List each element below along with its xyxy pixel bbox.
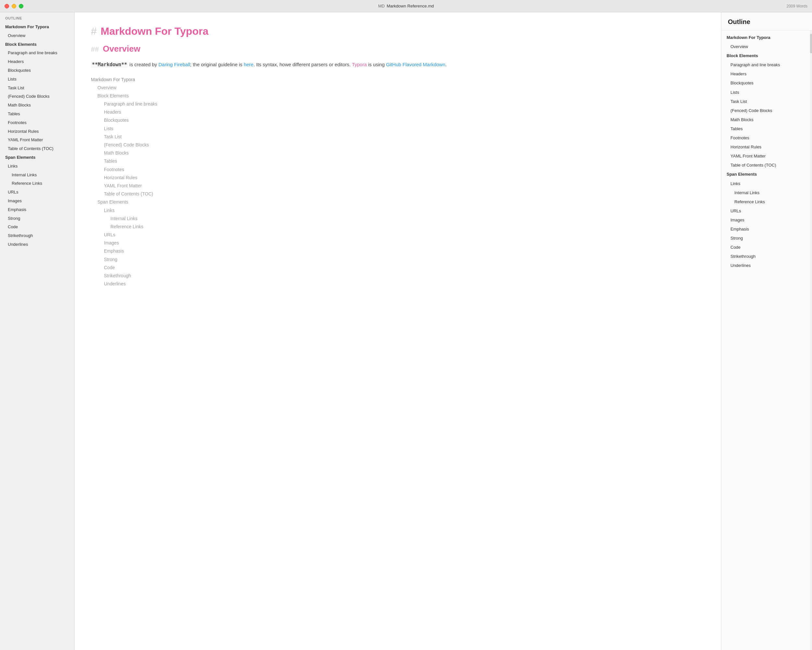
sidebar-item[interactable]: (Fenced) Code Blocks — [0, 92, 74, 101]
outline-item[interactable]: Strong — [721, 234, 812, 243]
outline-item[interactable]: Blockquotes — [721, 79, 812, 88]
outline-scroll[interactable]: Markdown For TyporaOverviewBlock Element… — [721, 30, 812, 650]
toc-item: Lists — [91, 125, 705, 133]
doc-title-text: Markdown For Typora — [101, 25, 209, 37]
minimize-button[interactable] — [12, 4, 16, 8]
outline-item[interactable]: Tables — [721, 124, 812, 134]
toc-item: Emphasis — [91, 247, 705, 255]
outline-item[interactable]: Underlines — [721, 261, 812, 270]
toc-item: Strikethrough — [91, 272, 705, 280]
sidebar-item[interactable]: Markdown For Typora — [0, 23, 74, 32]
outline-item[interactable]: Paragraph and line breaks — [721, 60, 812, 70]
toc-item: Table of Contents (TOC) — [91, 190, 705, 198]
sidebar-item[interactable]: Table of Contents (TOC) — [0, 145, 74, 153]
para-text-5: . — [445, 62, 447, 67]
toc-item: Horizontal Rules — [91, 174, 705, 182]
toc-item: Markdown For Typora — [91, 76, 705, 84]
overview-text: Overview — [103, 44, 140, 54]
sidebar-item[interactable]: Math Blocks — [0, 101, 74, 110]
outline-item[interactable]: Overview — [721, 42, 812, 51]
outline-item[interactable]: Footnotes — [721, 134, 812, 143]
sidebar-item[interactable]: Lists — [0, 75, 74, 84]
para-text-3: . Its syntax, howe different parsers or … — [253, 62, 352, 67]
toc-item: Task List — [91, 133, 705, 141]
sidebar-item[interactable]: Tables — [0, 110, 74, 119]
outline-item[interactable]: URLs — [721, 207, 812, 216]
outline-item[interactable]: Task List — [721, 97, 812, 106]
outline-item[interactable]: Reference Links — [721, 197, 812, 207]
sidebar-item[interactable]: Internal Links — [0, 171, 74, 180]
outline-item[interactable]: Emphasis — [721, 225, 812, 234]
here-link[interactable]: here — [244, 62, 253, 67]
sidebar-header: OUTLINE — [0, 12, 74, 23]
sidebar-item[interactable]: Task List — [0, 84, 74, 93]
sidebar-item[interactable]: Paragraph and line breaks — [0, 49, 74, 58]
word-count: 2009 Words — [787, 4, 807, 8]
outline-item[interactable]: Images — [721, 216, 812, 225]
markdown-bold: **Markdown** — [91, 61, 128, 68]
outline-panel: Outline Markdown For TyporaOverviewBlock… — [721, 12, 812, 650]
sidebar-item[interactable]: YAML Front Matter — [0, 136, 74, 145]
close-button[interactable] — [5, 4, 9, 8]
sidebar-item[interactable]: Code — [0, 223, 74, 231]
outline-item[interactable]: Block Elements — [721, 51, 812, 60]
outline-item[interactable]: Internal Links — [721, 188, 812, 197]
para-text-1: is created by — [128, 62, 158, 67]
sidebar-item[interactable]: Horizontal Rules — [0, 127, 74, 136]
outline-item[interactable]: Links — [721, 179, 812, 188]
outline-item[interactable]: Code — [721, 243, 812, 252]
sidebar-item[interactable]: Span Elements — [0, 153, 74, 162]
gfm-link[interactable]: GitHub Flavored Markdown — [386, 62, 445, 67]
sidebar-item[interactable]: Overview — [0, 32, 74, 40]
daring-fireball-link[interactable]: Daring Fireball — [159, 62, 190, 67]
toc-item: Underlines — [91, 280, 705, 288]
outline-panel-header: Outline — [721, 12, 812, 30]
toc-item: Span Elements — [91, 198, 705, 206]
maximize-button[interactable] — [19, 4, 23, 8]
doc-h2-overview: ## Overview — [91, 44, 705, 54]
window-controls[interactable] — [5, 4, 23, 8]
sidebar-scroll[interactable]: Markdown For TyporaOverviewBlock Element… — [0, 23, 74, 650]
sidebar-item[interactable]: Strong — [0, 214, 74, 223]
outline-item[interactable]: Markdown For Typora — [721, 33, 812, 42]
sidebar-item[interactable]: Images — [0, 197, 74, 206]
outline-item[interactable]: Headers — [721, 70, 812, 79]
sidebar-item[interactable]: Blockquotes — [0, 66, 74, 75]
scrollbar-thumb[interactable] — [810, 34, 812, 53]
outline-item[interactable]: Lists — [721, 88, 812, 97]
outline-item[interactable]: Span Elements — [721, 170, 812, 179]
toc-item: Block Elements — [91, 92, 705, 100]
sidebar-item[interactable]: Links — [0, 162, 74, 171]
doc-title: # Markdown For Typora — [91, 25, 705, 37]
toc-item: Internal Links — [91, 215, 705, 223]
sidebar-item[interactable]: Reference Links — [0, 179, 74, 188]
toc-item: URLs — [91, 231, 705, 239]
file-icon: MD — [378, 3, 385, 8]
toc-item: Links — [91, 207, 705, 215]
typora-link[interactable]: Typora — [352, 62, 367, 67]
sidebar-item[interactable]: Emphasis — [0, 206, 74, 214]
outline-item[interactable]: Strikethrough — [721, 252, 812, 261]
toc-item: Footnotes — [91, 166, 705, 174]
para-text-4: is using — [367, 62, 386, 67]
sidebar-item[interactable]: Headers — [0, 58, 74, 66]
outline-item[interactable]: YAML Front Matter — [721, 152, 812, 161]
outline-item[interactable]: Table of Contents (TOC) — [721, 161, 812, 170]
sidebar-item[interactable]: Underlines — [0, 240, 74, 249]
h2-hash: ## — [91, 45, 99, 53]
sidebar-item[interactable]: Footnotes — [0, 119, 74, 127]
outline-item[interactable]: Math Blocks — [721, 115, 812, 124]
sidebar-item[interactable]: URLs — [0, 188, 74, 197]
toc-item: Overview — [91, 84, 705, 92]
toc-item: YAML Front Matter — [91, 182, 705, 190]
app-body: OUTLINE Markdown For TyporaOverviewBlock… — [0, 12, 812, 650]
sidebar-item[interactable]: Strikethrough — [0, 231, 74, 240]
outline-item[interactable]: (Fenced) Code Blocks — [721, 106, 812, 115]
outline-item[interactable]: Horizontal Rules — [721, 143, 812, 152]
sidebar-item[interactable]: Block Elements — [0, 40, 74, 49]
scrollbar-track — [810, 30, 812, 650]
toc-item: (Fenced) Code Blocks — [91, 141, 705, 149]
toc-item: Paragraph and line breaks — [91, 100, 705, 108]
main-content[interactable]: # Markdown For Typora ## Overview **Mark… — [75, 12, 721, 650]
toc-item: Tables — [91, 157, 705, 165]
